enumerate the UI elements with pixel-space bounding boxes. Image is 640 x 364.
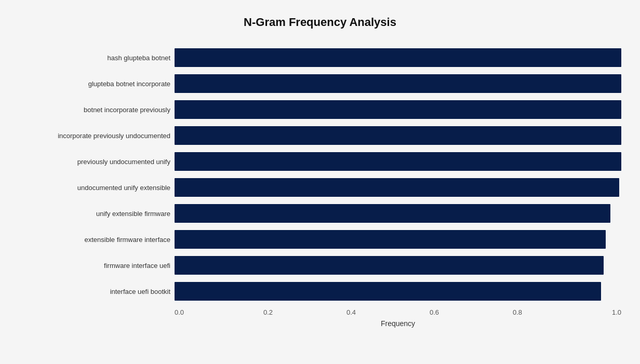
bar xyxy=(175,48,621,67)
y-label: botnet incorporate previously xyxy=(19,97,170,123)
y-axis: hash glupteba botnetglupteba botnet inco… xyxy=(19,45,175,304)
bar xyxy=(175,152,621,171)
plot-area xyxy=(175,45,621,304)
bar xyxy=(175,126,621,145)
chart-title: N-Gram Frequency Analysis xyxy=(19,16,621,29)
bar-row xyxy=(175,97,621,123)
chart-body: hash glupteba botnetglupteba botnet inco… xyxy=(19,45,621,304)
bar xyxy=(175,178,619,197)
y-label: extensible firmware interface xyxy=(19,226,170,252)
x-axis: 0.00.20.40.60.81.0 Frequency xyxy=(175,308,621,328)
y-label: glupteba botnet incorporate xyxy=(19,71,170,97)
bar xyxy=(175,230,606,249)
bar-row xyxy=(175,226,621,252)
y-label: previously undocumented unify xyxy=(19,149,170,174)
y-label: firmware interface uefi xyxy=(19,252,170,278)
plot-wrapper xyxy=(175,45,621,304)
x-tick: 0.8 xyxy=(507,308,528,316)
x-tick: 0.2 xyxy=(258,308,278,316)
x-ticks: 0.00.20.40.60.81.0 xyxy=(175,308,621,316)
bar-row xyxy=(175,123,621,149)
bar-row xyxy=(175,45,621,71)
y-label: hash glupteba botnet xyxy=(19,45,170,71)
bar-row xyxy=(175,278,621,304)
x-axis-label: Frequency xyxy=(175,319,621,328)
bar xyxy=(175,204,610,223)
bar-row xyxy=(175,252,621,278)
bar-row xyxy=(175,71,621,97)
bar-row xyxy=(175,149,621,174)
bar-row xyxy=(175,200,621,226)
x-tick: 1.0 xyxy=(601,308,621,316)
bar xyxy=(175,256,604,275)
x-tick: 0.6 xyxy=(424,308,445,316)
y-label: interface uefi bootkit xyxy=(19,278,170,304)
x-tick: 0.0 xyxy=(175,308,195,316)
chart-container: N-Gram Frequency Analysis hash glupteba … xyxy=(8,5,632,359)
x-tick: 0.4 xyxy=(341,308,362,316)
y-label: undocumented unify extensible xyxy=(19,174,170,200)
bar xyxy=(175,74,621,93)
y-label: incorporate previously undocumented xyxy=(19,123,170,149)
y-label: unify extensible firmware xyxy=(19,200,170,226)
bar-row xyxy=(175,174,621,200)
bar xyxy=(175,282,601,301)
bar xyxy=(175,100,621,119)
